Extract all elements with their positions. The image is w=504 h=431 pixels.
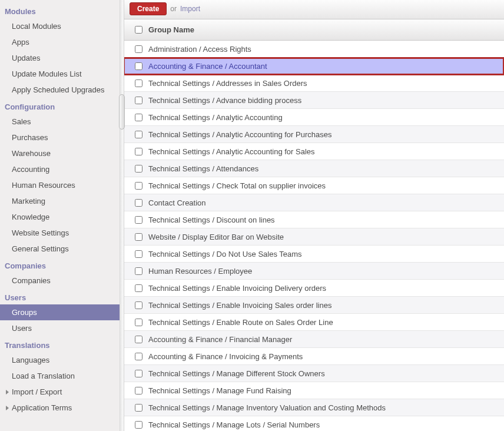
sidebar-item[interactable]: Human Resources <box>0 177 120 193</box>
sidebar-item[interactable]: Application Terms <box>0 400 120 416</box>
sidebar-item[interactable]: Knowledge <box>0 209 120 225</box>
row-checkbox[interactable] <box>135 45 142 53</box>
table-row[interactable]: Accounting & Finance / Accountant <box>124 58 504 75</box>
list-header-row: Group Name <box>124 19 504 41</box>
row-checkbox-cell <box>130 419 147 430</box>
row-checkbox-cell <box>130 197 147 208</box>
row-checkbox[interactable] <box>135 370 142 377</box>
row-checkbox-cell <box>130 266 147 277</box>
table-row[interactable]: Technical Settings / Manage Lots / Seria… <box>124 416 504 431</box>
table-row[interactable]: Accounting & Finance / Financial Manager <box>124 331 504 348</box>
table-row[interactable]: Technical Settings / Addresses in Sales … <box>124 75 504 92</box>
sidebar-item[interactable]: Companies <box>0 273 120 289</box>
table-row[interactable]: Technical Settings / Manage Different St… <box>124 365 504 382</box>
sidebar-item[interactable]: Load a Translation <box>0 368 120 384</box>
sidebar-item-label: Marketing <box>12 197 45 205</box>
row-checkbox[interactable] <box>135 97 142 104</box>
row-group-name: Technical Settings / Manage Fund Raising <box>147 383 498 399</box>
row-checkbox-cell <box>130 95 147 106</box>
row-checkbox[interactable] <box>135 62 142 70</box>
sidebar-item[interactable]: Warehouse <box>0 145 120 161</box>
sidebar-item[interactable]: Local Modules <box>0 18 120 34</box>
sidebar-resize-strip[interactable] <box>120 0 124 431</box>
row-checkbox-cell <box>130 317 147 328</box>
sidebar-item-label: Apps <box>12 38 29 47</box>
row-checkbox[interactable] <box>135 114 142 121</box>
import-link[interactable]: Import <box>180 5 200 13</box>
row-group-name: Technical Settings / Attendances <box>147 161 498 177</box>
sidebar: ModulesLocal ModulesAppsUpdatesUpdate Mo… <box>0 0 120 431</box>
row-checkbox[interactable] <box>135 336 142 343</box>
row-checkbox[interactable] <box>135 421 142 429</box>
row-checkbox[interactable] <box>135 250 142 258</box>
table-row[interactable]: Technical Settings / Discount on lines <box>124 211 504 228</box>
row-checkbox[interactable] <box>135 233 142 241</box>
row-checkbox[interactable] <box>135 199 142 207</box>
row-group-name: Human Resources / Employee <box>147 263 498 279</box>
sidebar-section-header: Configuration <box>0 98 120 114</box>
row-checkbox[interactable] <box>135 387 142 394</box>
sidebar-item[interactable]: Purchases <box>0 130 120 145</box>
caret-right-icon <box>6 390 9 394</box>
table-row[interactable]: Technical Settings / Do Not Use Sales Te… <box>124 246 504 263</box>
row-checkbox-cell <box>130 248 147 260</box>
list-toolbar: Create or Import <box>124 0 504 19</box>
table-row[interactable]: Technical Settings / Advance bidding pro… <box>124 92 504 109</box>
sidebar-item[interactable]: Sales <box>0 114 120 130</box>
row-checkbox[interactable] <box>135 79 142 87</box>
row-checkbox[interactable] <box>135 267 142 275</box>
sidebar-item[interactable]: Website Settings <box>0 225 120 241</box>
sidebar-item[interactable]: Users <box>0 320 120 336</box>
sidebar-item[interactable]: Apps <box>0 34 120 50</box>
table-row[interactable]: Technical Settings / Attendances <box>124 160 504 177</box>
row-group-name: Technical Settings / Analytic Accounting… <box>147 127 498 142</box>
row-checkbox[interactable] <box>135 216 142 224</box>
sidebar-item[interactable]: Accounting <box>0 161 120 177</box>
row-checkbox[interactable] <box>135 148 142 155</box>
sidebar-item-label: Application Terms <box>12 403 72 412</box>
row-group-name: Technical Settings / Manage Inventory Va… <box>147 400 498 416</box>
table-row[interactable]: Accounting & Finance / Invoicing & Payme… <box>124 348 504 365</box>
table-row[interactable]: Website / Display Editor Bar on Website <box>124 228 504 246</box>
table-row[interactable]: Technical Settings / Enable Invoicing De… <box>124 280 504 297</box>
table-row[interactable]: Technical Settings / Manage Fund Raising <box>124 382 504 399</box>
row-checkbox[interactable] <box>135 284 142 292</box>
row-group-name: Administration / Access Rights <box>147 41 498 57</box>
select-all-checkbox[interactable] <box>135 26 142 34</box>
row-checkbox[interactable] <box>135 353 142 360</box>
table-row[interactable]: Technical Settings / Manage Inventory Va… <box>124 399 504 416</box>
table-row[interactable]: Technical Settings / Analytic Accounting… <box>124 143 504 160</box>
table-row[interactable]: Technical Settings / Analytic Accounting <box>124 109 504 126</box>
sidebar-item[interactable]: Import / Export <box>0 384 120 400</box>
sidebar-item-label: Accounting <box>12 165 49 174</box>
row-checkbox[interactable] <box>135 301 142 309</box>
row-checkbox-cell <box>130 385 147 396</box>
table-row[interactable]: Technical Settings / Analytic Accounting… <box>124 126 504 143</box>
table-row[interactable]: Technical Settings / Enable Route on Sal… <box>124 314 504 331</box>
sidebar-section-header: Modules <box>0 2 120 18</box>
table-row[interactable]: Technical Settings / Enable Invoicing Sa… <box>124 297 504 314</box>
sidebar-item[interactable]: Update Modules List <box>0 66 120 82</box>
sidebar-item-label: Users <box>12 324 32 333</box>
sidebar-item[interactable]: Updates <box>0 50 120 66</box>
row-group-name: Accounting & Finance / Financial Manager <box>147 331 498 347</box>
sidebar-item[interactable]: General Settings <box>0 241 120 257</box>
sidebar-item[interactable]: Languages <box>0 352 120 368</box>
table-row[interactable]: Human Resources / Employee <box>124 263 504 280</box>
row-checkbox[interactable] <box>135 182 142 190</box>
list-body: Administration / Access RightsAccounting… <box>124 41 504 431</box>
column-header-group-name[interactable]: Group Name <box>147 25 498 34</box>
sidebar-item[interactable]: Apply Scheduled Upgrades <box>0 82 120 98</box>
table-row[interactable]: Contact Creation <box>124 194 504 211</box>
row-checkbox[interactable] <box>135 165 142 173</box>
sidebar-item[interactable]: Marketing <box>0 193 120 209</box>
row-checkbox[interactable] <box>135 131 142 138</box>
sidebar-resize-handle[interactable] <box>119 94 125 130</box>
row-checkbox-cell <box>130 61 147 72</box>
create-button[interactable]: Create <box>130 2 167 15</box>
row-checkbox[interactable] <box>135 319 142 326</box>
row-checkbox[interactable] <box>135 404 142 412</box>
table-row[interactable]: Administration / Access Rights <box>124 41 504 58</box>
sidebar-item[interactable]: Groups <box>0 304 120 320</box>
table-row[interactable]: Technical Settings / Check Total on supp… <box>124 177 504 194</box>
